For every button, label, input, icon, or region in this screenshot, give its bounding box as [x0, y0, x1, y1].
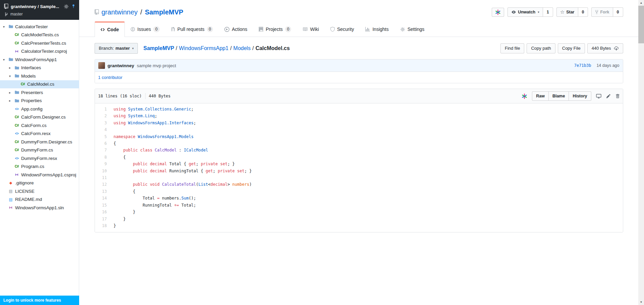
- line-number[interactable]: 15: [95, 202, 110, 209]
- history-button[interactable]: History: [569, 91, 591, 101]
- scroll-up-arrow[interactable]: ▲: [638, 0, 644, 6]
- tree-item-dummyform-resx[interactable]: <>DummyForm.resx: [0, 154, 79, 163]
- line-number[interactable]: 5: [95, 133, 110, 140]
- repo-book-icon: [95, 9, 99, 15]
- line-number[interactable]: 6: [95, 140, 110, 147]
- tree-item-app-config[interactable]: <>App.config: [0, 105, 79, 113]
- tab-label: Insights: [372, 27, 388, 32]
- scroll-thumb[interactable]: [638, 6, 644, 43]
- pin-icon[interactable]: [71, 4, 76, 9]
- tree-item-dummyform-cs[interactable]: C#DummyForm.cs: [0, 146, 79, 155]
- raw-button[interactable]: Raw: [532, 91, 549, 101]
- settings-gear-icon[interactable]: [64, 4, 69, 9]
- unwatch-button[interactable]: Unwatch ▾: [507, 7, 543, 17]
- breadcrumb-windowsformsapp1[interactable]: WindowsFormsApp1: [179, 45, 229, 51]
- tree-item-windowsformsapp1-sln[interactable]: WindowsFormsApp1.sln: [0, 204, 79, 212]
- tab-issues[interactable]: Issues0: [125, 21, 165, 37]
- repo-name-link[interactable]: SampleMVP: [145, 8, 183, 16]
- tab-projects[interactable]: Projects0: [253, 21, 297, 37]
- tree-item-calcform-resx[interactable]: <>CalcForm.resx: [0, 130, 79, 138]
- tree-item-calcform-designer-cs[interactable]: C#CalcForm.Designer.cs: [0, 113, 79, 122]
- octotree-repo-title[interactable]: grantwinney / Sample...: [11, 4, 61, 9]
- delete-file-icon[interactable]: [615, 94, 620, 98]
- line-number[interactable]: 9: [95, 161, 110, 167]
- line-number[interactable]: 3: [95, 120, 110, 126]
- tree-item-calculatortester[interactable]: ▾CalculatorTester: [0, 23, 79, 31]
- tree-item-interfaces[interactable]: ▸Interfaces: [0, 64, 79, 72]
- line-number[interactable]: 2: [95, 113, 110, 119]
- open-in-desktop-icon[interactable]: [596, 93, 601, 99]
- line-number[interactable]: 17: [95, 216, 110, 222]
- branch-select-button[interactable]: Branch: master ▾: [95, 43, 138, 54]
- scroll-down-arrow[interactable]: ▼: [638, 299, 644, 305]
- avatar[interactable]: [98, 62, 105, 69]
- contributors-link[interactable]: 1 contributor: [98, 75, 122, 80]
- tree-item-presenters[interactable]: ▸Presenters: [0, 88, 79, 97]
- tab-insights[interactable]: Insights: [360, 21, 394, 37]
- tree-item-properties[interactable]: ▸Properties: [0, 97, 79, 105]
- tree-item-windowsformsapp1-csproj[interactable]: WindowsFormsApp1.csproj: [0, 171, 79, 179]
- tab-pull-requests[interactable]: Pull requests0: [165, 21, 219, 37]
- line-number[interactable]: 18: [95, 222, 110, 229]
- 440-bytes-button[interactable]: 440 Bytes: [587, 43, 623, 53]
- line-number[interactable]: 7: [95, 147, 110, 154]
- tree-item-readme-md[interactable]: ▤README.md: [0, 195, 79, 204]
- code-line-content: namespace WindowsFormsApp1.Models: [110, 133, 255, 140]
- tab-security[interactable]: Security: [325, 21, 360, 37]
- commit-author-link[interactable]: grantwinney: [108, 63, 135, 68]
- tree-item-windowsformsapp1[interactable]: ▾WindowsFormsApp1: [0, 55, 79, 64]
- commit-sha-link[interactable]: 7e71b3b: [574, 63, 591, 68]
- tree-item-gitignore[interactable]: ◆.gitignore: [0, 179, 79, 187]
- browser-scrollbar[interactable]: ▲ ▼: [638, 0, 644, 305]
- line-number[interactable]: 8: [95, 154, 110, 161]
- extension-asterisk-icon[interactable]: [522, 93, 527, 99]
- tab-label: Pull requests: [177, 27, 205, 32]
- extension-button[interactable]: [492, 8, 504, 17]
- code-line-content: }: [110, 216, 255, 222]
- line-number[interactable]: 16: [95, 209, 110, 215]
- tree-item-license[interactable]: ▤LICENSE: [0, 187, 79, 195]
- code-line-content: using System.Linq;: [110, 113, 255, 119]
- tree-item-calcmodel-cs[interactable]: C#CalcModel.cs: [0, 80, 79, 89]
- edit-file-icon[interactable]: [606, 94, 611, 98]
- copy-file-button[interactable]: Copy File: [558, 43, 585, 53]
- blame-button[interactable]: Blame: [548, 91, 569, 101]
- line-number[interactable]: 12: [95, 181, 110, 188]
- breadcrumb-samplemvp[interactable]: SampleMVP: [143, 45, 174, 51]
- copy-path-button[interactable]: Copy path: [527, 43, 555, 53]
- watchers-count[interactable]: 1: [543, 7, 553, 17]
- tree-item-label: LICENSE: [15, 189, 35, 194]
- tab-wiki[interactable]: Wiki: [297, 21, 324, 37]
- tree-item-models[interactable]: ▾Models: [0, 72, 79, 80]
- tab-settings[interactable]: Settings: [394, 21, 430, 37]
- tree-item-label: Interfaces: [21, 65, 41, 70]
- repo-owner-link[interactable]: grantwinney: [102, 8, 138, 16]
- tab-actions[interactable]: Actions: [219, 21, 253, 37]
- line-number[interactable]: 1: [95, 106, 110, 113]
- vsproj-icon: [13, 49, 20, 53]
- tree-item-calcmodeltests-cs[interactable]: C#CalcModelTests.cs: [0, 31, 79, 39]
- find-file-button[interactable]: Find file: [500, 43, 525, 53]
- line-number[interactable]: 13: [95, 188, 110, 195]
- line-number[interactable]: 4: [95, 126, 110, 133]
- folder-icon: [7, 57, 14, 62]
- breadcrumb: SampleMVP/WindowsFormsApp1/Models/CalcMo…: [143, 45, 495, 51]
- line-number[interactable]: 14: [95, 195, 110, 202]
- octotree-login-banner[interactable]: Login to unlock more features: [0, 296, 79, 305]
- fork-button[interactable]: Fork: [591, 7, 613, 17]
- line-number[interactable]: 11: [95, 174, 110, 181]
- tree-item-dummyform-designer-cs[interactable]: C#DummyForm.Designer.cs: [0, 138, 79, 146]
- breadcrumb-models[interactable]: Models: [233, 45, 251, 51]
- star-button[interactable]: ☆ Star: [556, 7, 578, 17]
- stars-count[interactable]: 0: [578, 7, 588, 17]
- tree-item-calcform-cs[interactable]: C#CalcForm.cs: [0, 121, 79, 130]
- forks-count[interactable]: 0: [613, 7, 623, 17]
- commit-message-link[interactable]: sample mvp project: [137, 63, 176, 68]
- tree-item-calculatortester-csproj[interactable]: CalculatorTester.csproj: [0, 47, 79, 56]
- line-number[interactable]: 10: [95, 168, 110, 174]
- tab-code[interactable]: Code: [95, 21, 125, 37]
- tree-item-program-cs[interactable]: C#Program.cs: [0, 163, 79, 171]
- octotree-branch-selector[interactable]: master: [4, 12, 76, 16]
- tree-item-calcpresentertests-cs[interactable]: C#CalcPresenterTests.cs: [0, 39, 79, 47]
- csharp-icon: C#: [13, 115, 20, 119]
